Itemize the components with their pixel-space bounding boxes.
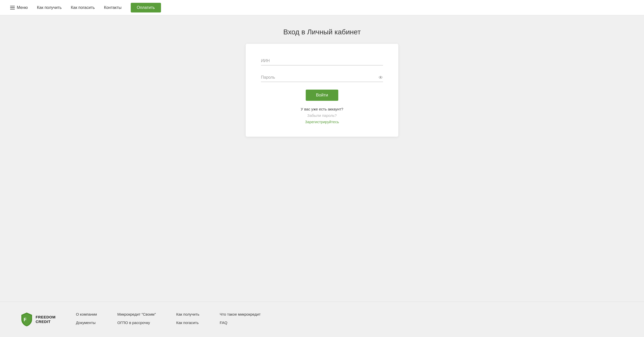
iin-field-group: [261, 57, 383, 65]
svg-text:F: F: [24, 317, 26, 322]
logo-shield-icon: F: [20, 312, 33, 327]
footer-col-2: Микрокредит "Своим" ОГПО в рассрочку: [117, 312, 156, 325]
login-card: 👁 Войти У вас уже есть аккаунт? Забыли п…: [246, 44, 398, 137]
footer-inner: F FREEDOM CREDIT О компании Документы Ми…: [20, 312, 624, 327]
footer-microcredit-svoim[interactable]: Микрокредит "Своим": [117, 312, 156, 316]
menu-label: Меню: [17, 5, 28, 10]
forgot-password-link[interactable]: Забыли пароль?: [261, 113, 383, 118]
nav-how-to-get[interactable]: Как получить: [37, 5, 62, 10]
footer-how-to-repay[interactable]: Как погасить: [176, 320, 199, 325]
login-button[interactable]: Войти: [306, 90, 338, 101]
hamburger-icon: [10, 6, 15, 9]
footer-how-to-get[interactable]: Как получить: [176, 312, 199, 316]
nav-how-to-repay[interactable]: Как погасить: [71, 5, 95, 10]
password-field-group: 👁: [261, 73, 383, 82]
footer-documents[interactable]: Документы: [76, 320, 97, 325]
footer-logo-text: FREEDOM CREDIT: [36, 315, 56, 324]
show-password-icon[interactable]: 👁: [378, 75, 383, 80]
page-title: Вход в Личный кабинет: [283, 28, 361, 36]
nav-contacts[interactable]: Контакты: [104, 5, 122, 10]
password-wrapper: 👁: [261, 73, 383, 82]
password-input[interactable]: [261, 73, 383, 82]
footer-about[interactable]: О компании: [76, 312, 97, 316]
menu-toggle[interactable]: Меню: [10, 5, 28, 10]
navbar: Меню Как получить Как погасить Контакты …: [0, 0, 644, 15]
footer-columns: О компании Документы Микрокредит "Своим"…: [76, 312, 624, 325]
main-content: Вход в Личный кабинет 👁 Войти У вас уже …: [0, 15, 644, 302]
footer-col-1: О компании Документы: [76, 312, 97, 325]
footer-ogpo[interactable]: ОГПО в рассрочку: [117, 320, 156, 325]
iin-input[interactable]: [261, 57, 383, 65]
footer-col-3: Как получить Как погасить: [176, 312, 199, 325]
have-account-text: У вас уже есть аккаунт?: [261, 107, 383, 111]
footer: F FREEDOM CREDIT О компании Документы Ми…: [0, 302, 644, 337]
register-link[interactable]: Зарегистрируйтесь: [261, 120, 383, 124]
footer-col-4: Что такое микрокредит FAQ: [220, 312, 261, 325]
footer-what-is-microcredit[interactable]: Что такое микрокредит: [220, 312, 261, 316]
footer-faq[interactable]: FAQ: [220, 320, 261, 325]
pay-button[interactable]: Оплатить: [131, 3, 161, 12]
footer-logo: F FREEDOM CREDIT: [20, 312, 56, 327]
